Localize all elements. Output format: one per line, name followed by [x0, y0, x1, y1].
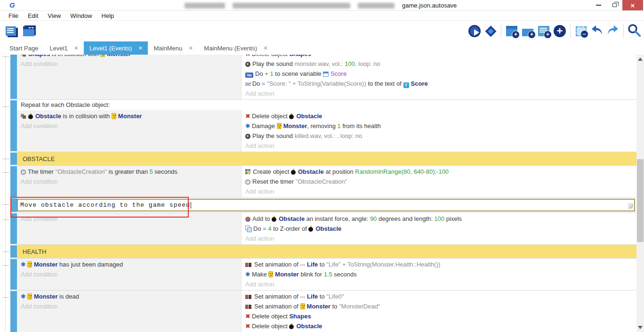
- event-selection-bar[interactable]: [10, 166, 17, 197]
- menu-file[interactable]: File: [4, 11, 23, 21]
- action-line[interactable]: Set animation of Monster to "MonsterDead…: [242, 301, 636, 311]
- add-event-icon: [506, 26, 517, 36]
- add-action-button[interactable]: Add action: [242, 141, 636, 151]
- resize-grip-icon[interactable]: [628, 203, 633, 209]
- event-selection-bar[interactable]: [10, 291, 17, 332]
- action-line[interactable]: Create object Obstacle at position Rando…: [242, 167, 636, 177]
- action-line[interactable]: ✖Delete object Obstacle: [242, 111, 636, 121]
- foreach-event-header[interactable]: Repeat for each Obstacle object:: [17, 100, 636, 110]
- action-line[interactable]: ✖Delete object Shapes: [242, 55, 636, 59]
- add-action-button[interactable]: Add action: [242, 89, 636, 98]
- monster-icon: [27, 293, 32, 300]
- undo-button[interactable]: [589, 23, 605, 39]
- add-action-button[interactable]: Add action: [242, 186, 636, 196]
- event-selection-bar[interactable]: [10, 55, 17, 99]
- text-segment: to Z-order of: [272, 225, 309, 232]
- event-content: OBSTACLE: [17, 152, 636, 165]
- tab-level1[interactable]: Level1×: [44, 41, 84, 55]
- vertical-scrollbar[interactable]: [636, 55, 644, 332]
- section-header-obstacle[interactable]: OBSTACLE: [17, 152, 636, 165]
- condition-line[interactable]: The timer "ObstacleCreation" is greater …: [17, 167, 241, 177]
- menu-window[interactable]: Window: [65, 11, 97, 21]
- search-button[interactable]: [626, 23, 642, 39]
- tab-close-icon[interactable]: ×: [189, 45, 193, 51]
- section-row: HEALTH: [10, 245, 636, 259]
- action-line[interactable]: Play the sound killed.wav, vol.: , loop:…: [242, 131, 636, 141]
- add-condition-button[interactable]: Add condition: [17, 177, 241, 186]
- tab-mainmenu[interactable]: MainMenu×: [148, 41, 198, 55]
- text-segment: to the text of: [366, 80, 403, 87]
- close-button[interactable]: ×: [622, 0, 643, 10]
- scroll-up-arrow[interactable]: [638, 57, 643, 61]
- action-line[interactable]: ✱Make Monster blink for 1.5 seconds: [242, 269, 636, 279]
- event-selection-bar[interactable]: [10, 213, 17, 244]
- tab-close-icon[interactable]: ×: [264, 45, 267, 51]
- event-row: ✱Monster has just been damagedAdd condit…: [10, 259, 636, 291]
- scroll-thumb[interactable]: [637, 159, 644, 242]
- add-circle-button[interactable]: [552, 23, 568, 39]
- add-sub-event-button[interactable]: [520, 23, 536, 39]
- menu-help[interactable]: Help: [97, 11, 119, 21]
- tab-start-page[interactable]: Start Page: [4, 41, 44, 55]
- text-segment: Monster: [283, 122, 307, 130]
- action-line[interactable]: ✖Delete object Obstacle: [242, 321, 636, 331]
- event-selection-bar[interactable]: [10, 198, 17, 212]
- condition-line[interactable]: Obstacle is in collision with Monster: [17, 111, 241, 121]
- comment-text-input[interactable]: Move obstacle according to the game spee…: [17, 199, 635, 211]
- tab-close-icon[interactable]: ×: [138, 45, 142, 51]
- add-condition-button[interactable]: Add condition: [17, 59, 241, 69]
- event-content: ✱Monster is deadAdd conditionSet animati…: [17, 291, 636, 332]
- delete-icon: ✖: [245, 311, 250, 321]
- action-line[interactable]: Reset the timer "ObstacleCreation": [242, 177, 636, 186]
- add-condition-button[interactable]: Add condition: [17, 121, 241, 131]
- tab-label: MainMenu: [153, 45, 182, 52]
- text-segment: Monster: [107, 55, 131, 57]
- action-line[interactable]: Set animation of ▪▪▪Life to "Life0": [242, 292, 636, 301]
- bomb-icon: [308, 226, 314, 232]
- add-condition-button[interactable]: Add condition: [17, 269, 241, 279]
- event-selection-bar[interactable]: [10, 100, 17, 151]
- tab-mainmenu-events[interactable]: MainMenu (Events)×: [198, 41, 273, 55]
- section-header-health[interactable]: HEALTH: [17, 245, 636, 258]
- redo-button[interactable]: [605, 23, 621, 39]
- preview-play-button[interactable]: [467, 23, 483, 39]
- remove-event-button[interactable]: [573, 23, 589, 39]
- event-selection-bar[interactable]: [10, 259, 17, 290]
- menu-view[interactable]: View: [43, 11, 65, 21]
- action-line[interactable]: Do = 4 to Z-order of Obstacle: [242, 224, 636, 234]
- add-comment-event-button[interactable]: [536, 23, 552, 39]
- tree-tick: [2, 57, 9, 57]
- action-line[interactable]: Add to Obstacle an instant force, angle:…: [242, 214, 636, 224]
- action-line[interactable]: Play the sound monster.wav, vol.: 100, l…: [242, 59, 636, 69]
- restore-button[interactable]: [606, 0, 622, 10]
- add-condition-button[interactable]: Add condition: [17, 301, 241, 311]
- event-selection-bar[interactable]: [10, 245, 17, 258]
- bomb-icon: [291, 169, 296, 175]
- add-action-button[interactable]: Add action: [242, 279, 636, 289]
- project-manager-button[interactable]: [3, 23, 19, 39]
- event-selection-bar[interactable]: [10, 153, 17, 165]
- debugger-button[interactable]: [483, 23, 499, 39]
- text-segment: Shapes: [28, 55, 50, 57]
- action-line[interactable]: txtDo = "Score: " + ToString(Variable(Sc…: [242, 79, 636, 89]
- action-line[interactable]: VarDo + 1 to scene variable Score: [242, 69, 636, 79]
- events-workspace: Shapes is in collision with MonsterAdd c…: [0, 55, 644, 332]
- action-line[interactable]: ✱Damage Monster, removing 1 from its hea…: [242, 121, 636, 131]
- condition-line[interactable]: ✱Monster has just been damaged: [17, 259, 241, 269]
- minimize-button[interactable]: [590, 0, 606, 10]
- text-segment: is greater than: [107, 168, 149, 175]
- tree-tick: [2, 159, 9, 159]
- add-condition-button[interactable]: Add condition: [17, 214, 241, 224]
- add-event-button[interactable]: [504, 23, 520, 39]
- remove-event-icon: [576, 26, 587, 36]
- scene-editor-button[interactable]: [19, 23, 35, 39]
- scroll-down-arrow[interactable]: [638, 326, 643, 329]
- tab-level1-events[interactable]: Level1 (Events)×: [84, 41, 148, 55]
- condition-line[interactable]: Shapes is in collision with Monster: [17, 55, 241, 59]
- tab-close-icon[interactable]: ×: [74, 45, 78, 51]
- action-line[interactable]: ✖Delete object Shapes: [242, 311, 636, 321]
- action-line[interactable]: Set animation of ▪▪▪Life to "Life" + ToS…: [242, 259, 636, 269]
- condition-line[interactable]: ✱Monster is dead: [17, 292, 241, 301]
- menu-edit[interactable]: Edit: [23, 11, 43, 21]
- add-action-button[interactable]: Add action: [242, 234, 636, 243]
